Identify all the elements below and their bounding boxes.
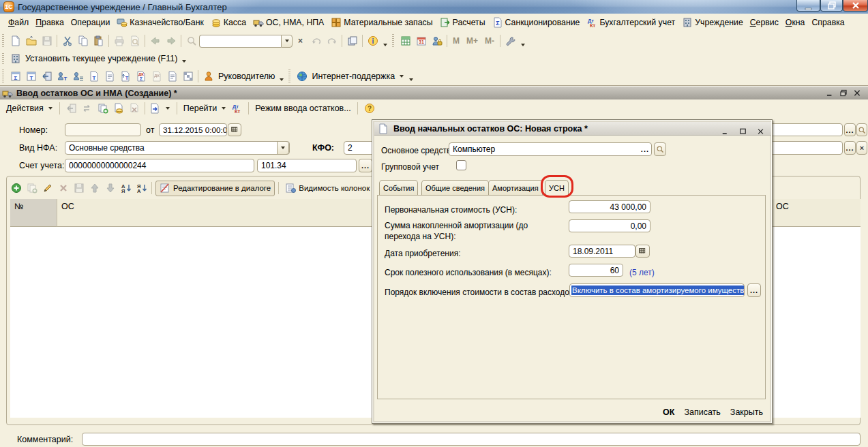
- toolbar-grip[interactable]: [2, 34, 4, 48]
- edit-in-dialog-toggle[interactable]: Редактирование в диалоге: [155, 181, 275, 196]
- tab-depreciation[interactable]: Амортизация: [488, 180, 543, 195]
- accumulated-depreciation-input[interactable]: 0,00: [569, 219, 650, 232]
- menu-edit[interactable]: Правка: [35, 18, 64, 27]
- account2-input[interactable]: 101.34: [257, 159, 357, 172]
- delete-row-button[interactable]: [55, 181, 71, 196]
- menu-institution[interactable]: Учреждение: [682, 17, 743, 28]
- menu-help[interactable]: Справка: [811, 18, 844, 27]
- date-calendar-button[interactable]: [228, 123, 241, 136]
- internet-support-caret[interactable]: [400, 75, 404, 78]
- document-flow-caret[interactable]: [166, 107, 170, 110]
- menu-operations[interactable]: Операции: [71, 18, 110, 27]
- manager-caret[interactable]: [280, 78, 284, 81]
- help-icon[interactable]: [362, 101, 378, 116]
- settings-wrench-button[interactable]: [503, 33, 518, 48]
- search-clear-button[interactable]: ×: [293, 33, 308, 48]
- find-next-button[interactable]: [324, 33, 340, 48]
- manager-button[interactable]: Руководителю: [218, 72, 275, 81]
- user-permissions-button[interactable]: [429, 33, 445, 48]
- menu-inventory[interactable]: Материальные запасы: [331, 17, 432, 28]
- column-header-number[interactable]: №: [10, 199, 57, 227]
- cost-inclusion-select-button[interactable]: ...: [747, 283, 761, 297]
- print-button[interactable]: [111, 33, 127, 48]
- chess-sheet-icon[interactable]: [180, 69, 196, 84]
- set-institution-caret[interactable]: [182, 60, 186, 63]
- right-field-2-select-button[interactable]: ...: [844, 141, 856, 155]
- internet-support-more-caret[interactable]: [409, 78, 413, 81]
- account-report-icon[interactable]: [117, 69, 133, 84]
- document-flow-icon[interactable]: [147, 101, 163, 116]
- copy-button[interactable]: [75, 33, 91, 48]
- account-turnover-sheet-icon[interactable]: [23, 69, 39, 84]
- reread-icon[interactable]: [80, 101, 95, 116]
- cut-button[interactable]: [59, 33, 75, 48]
- main-book-icon[interactable]: [164, 69, 180, 84]
- right-field-2-clear-button[interactable]: ×: [856, 141, 867, 155]
- ok-button[interactable]: ОК: [663, 407, 674, 417]
- forward-button[interactable]: [163, 33, 179, 48]
- subconto-analysis-icon[interactable]: [55, 69, 70, 84]
- summary-postings-icon[interactable]: [133, 69, 149, 84]
- internet-support-button[interactable]: Интернет-поддержка: [312, 72, 395, 81]
- column-visibility-button[interactable]: Видимость колонок: [282, 181, 372, 196]
- menu-fixed-assets[interactable]: ОС, НМА, НПА: [253, 17, 324, 28]
- new-document-button[interactable]: [8, 33, 23, 48]
- asset-input[interactable]: Компьютер...: [449, 142, 652, 156]
- search-input[interactable]: [199, 35, 281, 48]
- menu-service[interactable]: Сервис: [750, 18, 779, 27]
- save-button[interactable]: [39, 33, 55, 48]
- information-dropdown-caret[interactable]: [383, 44, 387, 46]
- cost-inclusion-input[interactable]: Включить в состав амортизируемого имущес…: [569, 283, 745, 297]
- nfa-type-select[interactable]: Основные средства: [65, 141, 290, 155]
- sort-asc-button[interactable]: [118, 181, 134, 196]
- menu-authorization[interactable]: Санкционирование: [492, 17, 580, 28]
- menu-cash[interactable]: Касса: [211, 17, 246, 28]
- calendar-button[interactable]: [413, 33, 429, 48]
- add-to-journal-icon[interactable]: [64, 101, 80, 116]
- unpost-document-icon[interactable]: [127, 101, 143, 116]
- document-transfer-icon[interactable]: [39, 69, 55, 84]
- mdi-minimize-button[interactable]: [824, 89, 835, 97]
- date-input[interactable]: 31.12.2015 0:00:00: [159, 123, 227, 136]
- mdi-restore-button[interactable]: [837, 89, 849, 97]
- window-minimize-button[interactable]: [796, 0, 820, 12]
- menu-treasury[interactable]: Казначейство/Банк: [117, 17, 204, 28]
- memory-m-plus-button[interactable]: M+: [466, 36, 478, 46]
- information-button[interactable]: [365, 33, 380, 48]
- memory-m-button[interactable]: M: [453, 36, 460, 46]
- acquisition-date-input[interactable]: 18.09.2011: [569, 245, 635, 258]
- find-previous-button[interactable]: [308, 33, 324, 48]
- search-dropdown-button[interactable]: [281, 35, 293, 48]
- group-accounting-checkbox[interactable]: [456, 160, 466, 170]
- paste-button[interactable]: [91, 33, 106, 48]
- toolbar-grip[interactable]: [2, 53, 4, 65]
- goto-button[interactable]: Перейти: [183, 104, 218, 113]
- memory-m-minus-button[interactable]: M-: [485, 36, 494, 46]
- add-row-button[interactable]: [8, 181, 24, 196]
- menu-file[interactable]: Файл: [8, 18, 29, 27]
- tab-general[interactable]: Общие сведения: [421, 180, 489, 195]
- turnover-balance-sheet-icon[interactable]: [8, 69, 23, 84]
- menu-accounting[interactable]: Бухгалтерский учет: [586, 17, 675, 28]
- goto-caret[interactable]: [222, 107, 226, 110]
- tab-events[interactable]: События: [379, 180, 418, 195]
- asset-select-button[interactable]: ...: [641, 147, 649, 152]
- menu-settlements[interactable]: Расчеты: [440, 17, 485, 28]
- move-up-button[interactable]: [87, 181, 102, 196]
- dialog-titlebar[interactable]: Ввод начальных остатков ОС: Новая строка…: [374, 122, 771, 136]
- actions-caret[interactable]: [48, 107, 53, 110]
- print-preview-button[interactable]: [127, 33, 143, 48]
- dt-kt-icon[interactable]: [228, 101, 244, 116]
- end-edit-button[interactable]: [71, 181, 87, 196]
- asset-search-button[interactable]: [654, 142, 666, 156]
- search-icon[interactable]: [183, 33, 199, 48]
- account-input[interactable]: 00000000000000244: [65, 159, 254, 172]
- account-card-icon[interactable]: [102, 69, 117, 84]
- dialog-maximize-button[interactable]: [737, 127, 749, 136]
- balance-input-mode-button[interactable]: Режим ввода остатков...: [255, 104, 350, 113]
- post-document-icon[interactable]: [111, 101, 127, 116]
- open-button[interactable]: [23, 33, 39, 48]
- right-field-1-search-button[interactable]: [856, 123, 867, 136]
- sort-desc-button[interactable]: [134, 181, 149, 196]
- edit-row-button[interactable]: [40, 181, 55, 196]
